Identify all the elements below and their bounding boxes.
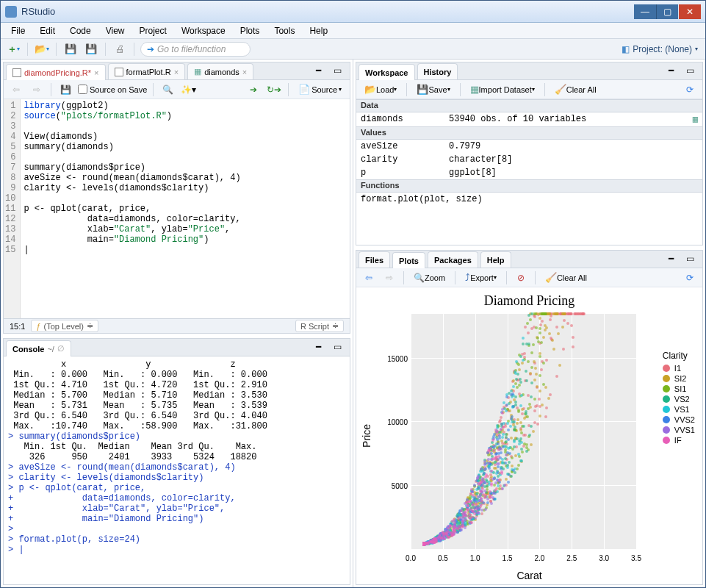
tab-packages[interactable]: Packages — [428, 251, 478, 268]
maximize-button[interactable]: ▢ — [656, 4, 678, 19]
open-file-button[interactable]: 📂▾ — [34, 42, 50, 57]
legend: ClarityI1SI2SI1VS2VS1VVS2VVS1IF — [658, 346, 699, 451]
menu-edit[interactable]: Edit — [32, 24, 62, 37]
print-button[interactable]: 🖨 — [112, 42, 128, 57]
refresh-icon[interactable]: ⟳ — [682, 82, 698, 97]
project-menu[interactable]: ◧ Project: (None) ▾ — [619, 44, 701, 54]
r-file-icon — [12, 68, 21, 77]
scope-selector[interactable]: ƒ(Top Level) ≑ — [31, 320, 98, 332]
r-file-icon — [115, 68, 123, 76]
menu-tools[interactable]: Tools — [267, 24, 302, 37]
tab-diamond-pricing[interactable]: diamondPricing.R* × — [6, 64, 106, 80]
ws-row-diamonds[interactable]: diamonds53940 obs. of 10 variables▦ — [356, 112, 702, 126]
pane-maximize-icon[interactable]: ▭ — [682, 251, 698, 266]
workspace-tabs: Workspace History ━ ▭ — [356, 62, 702, 80]
clear-plots-button[interactable]: 🧹Clear All — [541, 270, 591, 285]
console-output[interactable]: x y z Min. : 0.000 Min. : 0.000 Min. : 0… — [4, 356, 350, 584]
ws-section-values: Values — [356, 126, 702, 140]
source-on-save-checkbox[interactable] — [78, 85, 87, 94]
pane-maximize-icon[interactable]: ▭ — [682, 63, 698, 78]
y-axis-label: Price — [361, 424, 372, 448]
tab-workspace[interactable]: Workspace — [359, 64, 415, 80]
pane-maximize-icon[interactable]: ▭ — [329, 340, 345, 354]
minimize-button[interactable]: — — [634, 4, 656, 19]
clear-workspace-button[interactable]: 🧹Clear All — [551, 82, 600, 97]
wand-icon[interactable]: ✨▾ — [180, 82, 196, 97]
menu-project[interactable]: Project — [132, 24, 174, 37]
language-selector[interactable]: R Script ≑ — [295, 320, 344, 332]
export-button[interactable]: ⤴Export▾ — [461, 270, 500, 285]
refresh-icon[interactable]: ⟳ — [682, 270, 698, 285]
save-workspace-button[interactable]: 💾Save▾ — [413, 82, 453, 97]
x-axis-label: Carat — [516, 570, 541, 581]
rerun-button[interactable]: ↻➔ — [266, 82, 282, 97]
zoom-button[interactable]: 🔍Zoom — [410, 270, 449, 285]
goto-file-input[interactable]: ➔ Go to file/function — [140, 42, 251, 57]
plot-tabs: Files Plots Packages Help ━ ▭ — [356, 251, 702, 268]
plot-view: Diamond Pricing Price Carat 500010000150… — [356, 287, 702, 584]
menubar: File Edit Code View Project Workspace Pl… — [1, 23, 705, 39]
tab-files[interactable]: Files — [359, 251, 390, 268]
console-dropdown-icon[interactable]: ∅ — [57, 344, 65, 354]
editor-toolbar: ⇦ ⇨ 💾 Source on Save 🔍 ✨▾ ➔ ↻➔ — [4, 80, 350, 99]
project-label: Project: (None) — [633, 44, 692, 54]
ws-row[interactable]: format.plot(plot, size) — [356, 193, 702, 206]
plot-area: 500010000150000.00.51.01.52.02.53.03.5 — [411, 314, 636, 549]
close-tab-icon[interactable]: × — [94, 68, 98, 77]
new-file-button[interactable]: ＋▾ — [5, 42, 21, 57]
back-icon[interactable]: ⇦ — [8, 82, 24, 97]
goto-placeholder: Go to file/function — [157, 44, 226, 54]
pane-minimize-icon[interactable]: ━ — [663, 63, 679, 78]
plot-prev-icon[interactable]: ⇦ — [361, 270, 377, 285]
source-button[interactable]: 📄Source▾ — [295, 82, 345, 97]
workspace-list: Data diamonds53940 obs. of 10 variables▦… — [356, 99, 702, 245]
window-title: RStudio — [21, 6, 634, 17]
run-line-button[interactable]: ➔ — [245, 82, 262, 97]
ws-row[interactable]: pggplot[8] — [356, 166, 702, 179]
plot-next-icon[interactable]: ⇨ — [381, 270, 397, 285]
titlebar[interactable]: RStudio — ▢ ✕ — [1, 1, 705, 23]
source-on-save-toggle[interactable]: Source on Save — [78, 85, 147, 94]
import-dataset-button[interactable]: ▦Import Dataset▾ — [467, 82, 538, 97]
forward-icon[interactable]: ⇨ — [29, 82, 45, 97]
editor-tabs: diamondPricing.R* × formatPlot.R × ▦ dia… — [4, 62, 350, 80]
save-all-button[interactable]: 💾 — [83, 42, 99, 57]
tab-format-plot[interactable]: formatPlot.R × — [108, 63, 186, 79]
code-editor[interactable]: 123456789101112131415 library(ggplot2) s… — [4, 99, 350, 318]
pane-maximize-icon[interactable]: ▭ — [329, 63, 345, 78]
tab-plots[interactable]: Plots — [392, 252, 425, 268]
menu-plots[interactable]: Plots — [233, 24, 267, 37]
plot-toolbar: ⇦ ⇨ 🔍Zoom ⤴Export▾ ⊘ 🧹Clear All ⟳ — [356, 268, 702, 287]
menu-help[interactable]: Help — [302, 24, 335, 37]
close-tab-icon[interactable]: × — [242, 68, 247, 76]
tab-diamonds-data[interactable]: ▦ diamonds × — [187, 63, 253, 79]
cursor-pos: 15:1 — [10, 322, 25, 331]
pane-minimize-icon[interactable]: ━ — [310, 63, 326, 78]
pane-minimize-icon[interactable]: ━ — [663, 251, 679, 266]
close-button[interactable]: ✕ — [679, 4, 701, 19]
menu-view[interactable]: View — [98, 24, 132, 37]
console-tab[interactable]: Console ~/ ∅ — [6, 340, 71, 356]
chart-title: Diamond Pricing — [356, 293, 702, 309]
goto-icon: ➔ — [147, 44, 154, 54]
table-icon[interactable]: ▦ — [693, 114, 698, 125]
tab-history[interactable]: History — [417, 63, 458, 79]
save-file-button[interactable]: 💾 — [57, 82, 73, 97]
table-icon: ▦ — [194, 67, 201, 76]
main-toolbar: ＋▾ 📂▾ 💾 💾 🖨 ➔ Go to file/function ◧ Proj… — [1, 39, 705, 60]
pane-minimize-icon[interactable]: ━ — [310, 340, 326, 354]
ws-section-functions: Functions — [356, 179, 702, 193]
menu-code[interactable]: Code — [62, 24, 98, 37]
close-tab-icon[interactable]: × — [174, 68, 179, 76]
app-window: RStudio — ▢ ✕ File Edit Code View Projec… — [0, 0, 706, 588]
ws-row[interactable]: claritycharacter[8] — [356, 153, 702, 166]
tab-help[interactable]: Help — [480, 251, 511, 268]
menu-file[interactable]: File — [4, 24, 32, 37]
find-icon[interactable]: 🔍 — [159, 82, 176, 97]
remove-plot-icon[interactable]: ⊘ — [513, 270, 529, 285]
menu-workspace[interactable]: Workspace — [174, 24, 233, 37]
load-workspace-button[interactable]: 📂Load▾ — [361, 82, 400, 97]
ws-row[interactable]: aveSize0.7979 — [356, 140, 702, 153]
save-button[interactable]: 💾 — [62, 42, 79, 57]
workspace-toolbar: 📂Load▾ 💾Save▾ ▦Import Dataset▾ 🧹Clear Al… — [356, 80, 702, 99]
